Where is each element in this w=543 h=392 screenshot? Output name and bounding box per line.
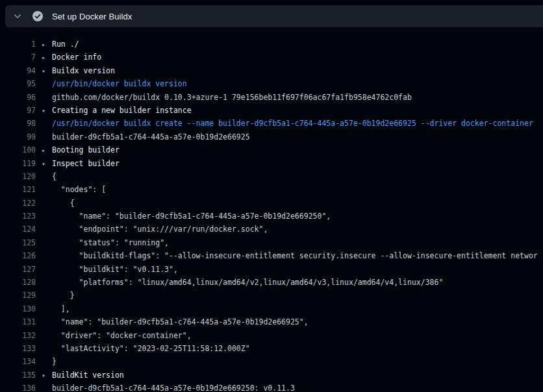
arrow-spacer xyxy=(42,92,52,104)
group-expanded-icon[interactable]: ▾ xyxy=(42,369,52,382)
line-number[interactable]: 128 xyxy=(0,276,36,289)
log-line: 124 "endpoint": "unix:///var/run/docker.… xyxy=(0,223,543,236)
output-text: { xyxy=(52,197,75,210)
line-number[interactable]: 97 xyxy=(0,104,36,117)
line-number[interactable]: 126 xyxy=(0,249,36,262)
log-line: 98 /usr/bin/docker buildx create --name … xyxy=(0,117,543,130)
group-expanded-icon[interactable]: ▾ xyxy=(42,65,52,78)
arrow-spacer xyxy=(42,237,52,250)
log-group-line[interactable]: 97▾Creating a new builder instance xyxy=(0,104,543,117)
line-number[interactable]: 134 xyxy=(0,355,36,368)
line-number[interactable]: 130 xyxy=(0,302,36,315)
step-header[interactable]: Set up Docker Buildx xyxy=(5,5,543,27)
line-number[interactable]: 119 xyxy=(0,157,36,170)
log-line: 95 /usr/bin/docker buildx version xyxy=(0,77,543,90)
log-line: 120 { xyxy=(0,170,543,183)
line-number[interactable]: 100 xyxy=(0,143,36,156)
line-number[interactable]: 96 xyxy=(0,91,36,104)
log-group-line[interactable]: 94▾Buildx version xyxy=(0,64,543,77)
group-title: BuildKit version xyxy=(52,369,124,382)
log-group-line[interactable]: 1▸Run ./ xyxy=(0,38,543,51)
group-title: Run ./ xyxy=(52,38,79,51)
line-number[interactable]: 133 xyxy=(0,342,36,355)
log-group-line[interactable]: 7▸Docker info xyxy=(0,51,543,64)
line-number[interactable]: 94 xyxy=(0,64,36,77)
log-viewer: 1▸Run ./7▸Docker info94▾Buildx version95… xyxy=(0,38,543,392)
log-group-line[interactable]: 119▾Inspect builder xyxy=(0,157,543,170)
group-collapsed-icon[interactable]: ▸ xyxy=(42,38,52,51)
log-line: 130 ], xyxy=(0,302,543,315)
line-number[interactable]: 125 xyxy=(0,236,36,249)
output-text: builder-d9cfb5a1-c764-445a-a57e-0b19d2e6… xyxy=(52,382,295,392)
group-title: Docker info xyxy=(52,51,101,64)
chevron-down-icon xyxy=(14,12,21,20)
line-number[interactable]: 122 xyxy=(0,197,36,210)
group-collapsed-icon[interactable]: ▸ xyxy=(42,51,52,64)
output-text: "name": "builder-d9cfb5a1-c764-445a-a57e… xyxy=(52,315,309,328)
output-text: "endpoint": "unix:///var/run/docker.sock… xyxy=(52,223,268,236)
arrow-spacer xyxy=(42,210,52,223)
arrow-spacer xyxy=(42,197,52,210)
output-text: "driver": "docker-container", xyxy=(52,329,192,342)
arrow-spacer xyxy=(42,250,52,263)
output-text: "buildkit": "v0.11.3", xyxy=(52,263,178,276)
arrow-spacer xyxy=(42,356,52,369)
group-title: Creating a new builder instance xyxy=(52,104,192,117)
log-line: 133 "lastActivity": "2023-02-25T11:58:12… xyxy=(0,342,543,355)
arrow-spacer xyxy=(42,131,52,144)
line-number[interactable]: 99 xyxy=(0,130,36,143)
line-number[interactable]: 120 xyxy=(0,170,36,183)
line-number[interactable]: 127 xyxy=(0,263,36,276)
log-line: 121 "nodes": [ xyxy=(0,183,543,196)
line-number[interactable]: 7 xyxy=(0,51,36,64)
command-text: /usr/bin/docker buildx create --name bui… xyxy=(52,117,533,130)
line-number[interactable]: 135 xyxy=(0,369,36,382)
log-group-line[interactable]: 135▾BuildKit version xyxy=(0,369,543,382)
log-line: 128 "platforms": "linux/amd64,linux/amd6… xyxy=(0,276,543,289)
group-expanded-icon[interactable]: ▾ xyxy=(42,158,52,171)
command-text: /usr/bin/docker buildx version xyxy=(52,77,187,90)
output-text: "nodes": [ xyxy=(52,183,106,196)
line-number[interactable]: 98 xyxy=(0,117,36,130)
arrow-spacer xyxy=(42,316,52,329)
output-text: ], xyxy=(52,302,70,315)
arrow-spacer xyxy=(42,263,52,276)
arrow-spacer xyxy=(42,276,52,289)
output-text: } xyxy=(52,289,75,302)
chevron-down-icon[interactable] xyxy=(8,5,27,27)
arrow-spacer xyxy=(42,330,52,343)
log-group-line[interactable]: 100▸Booting builder xyxy=(0,143,543,156)
output-text: "buildkitd-flags": "--allow-insecure-ent… xyxy=(52,249,538,262)
line-number[interactable]: 121 xyxy=(0,183,36,196)
line-number[interactable]: 136 xyxy=(0,382,36,392)
line-number[interactable]: 1 xyxy=(0,38,36,51)
output-text: "name": "builder-d9cfb5a1-c764-445a-a57e… xyxy=(52,210,331,223)
log-line: 126 "buildkitd-flags": "--allow-insecure… xyxy=(0,249,543,262)
arrow-spacer xyxy=(42,303,52,316)
output-text: } xyxy=(52,355,57,368)
line-number[interactable]: 132 xyxy=(0,329,36,342)
arrow-spacer xyxy=(42,117,52,130)
line-number[interactable]: 124 xyxy=(0,223,36,236)
log-line: 129 } xyxy=(0,289,543,302)
arrow-spacer xyxy=(42,184,52,197)
group-title: Inspect builder xyxy=(52,157,120,170)
group-expanded-icon[interactable]: ▾ xyxy=(42,104,52,117)
log-line: 123 "name": "builder-d9cfb5a1-c764-445a-… xyxy=(0,210,543,223)
line-number[interactable]: 95 xyxy=(0,77,36,90)
group-collapsed-icon[interactable]: ▸ xyxy=(42,144,52,157)
output-text: "platforms": "linux/amd64,linux/amd64/v2… xyxy=(52,276,443,289)
arrow-spacer xyxy=(42,289,52,302)
log-line: 99 builder-d9cfb5a1-c764-445a-a57e-0b19d… xyxy=(0,130,543,143)
log-line: 136 builder-d9cfb5a1-c764-445a-a57e-0b19… xyxy=(0,382,543,392)
line-number[interactable]: 131 xyxy=(0,315,36,328)
log-line: 134 } xyxy=(0,355,543,368)
arrow-spacer xyxy=(42,382,52,392)
line-number[interactable]: 123 xyxy=(0,210,36,223)
line-number[interactable]: 129 xyxy=(0,289,36,302)
group-title: Buildx version xyxy=(52,64,115,77)
group-title: Booting builder xyxy=(52,143,120,156)
step-title: Set up Docker Buildx xyxy=(52,12,132,21)
log-line: 122 { xyxy=(0,197,543,210)
arrow-spacer xyxy=(42,223,52,236)
